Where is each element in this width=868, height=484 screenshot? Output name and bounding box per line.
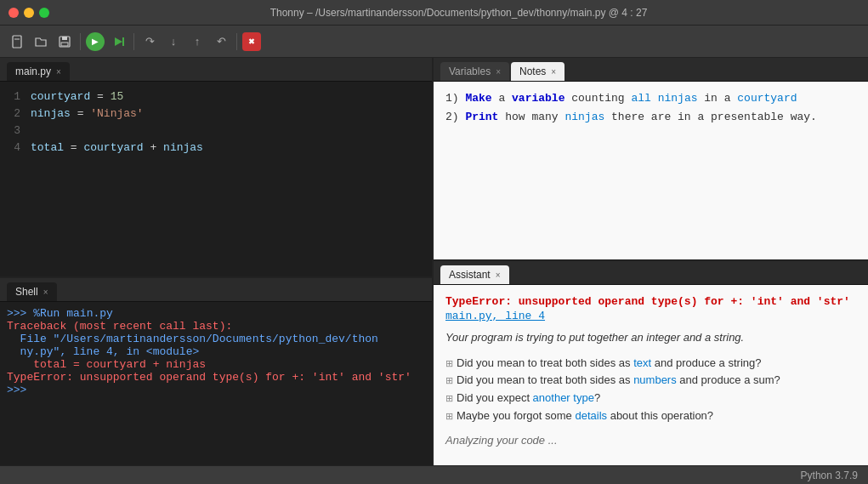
step-into-button[interactable]: ↓ — [163, 31, 184, 52]
assistant-content: TypeError: unsupported operand type(s) f… — [434, 285, 868, 465]
notes-line-1: 1) Make a variable counting all ninjas i… — [445, 90, 856, 107]
assistant-error-link[interactable]: main.py, line 4 — [445, 310, 856, 322]
step-out-button[interactable]: ↑ — [187, 31, 207, 52]
variables-tab[interactable]: Variables × — [440, 62, 509, 81]
top-right-tabs: Variables × Notes × — [434, 58, 868, 82]
shell-line-code: total = courtyard + ninjas — [7, 358, 425, 371]
step-back-button[interactable]: ↶ — [211, 31, 231, 52]
shell-line-file: File "/Users/martinandersson/Documents/p… — [7, 333, 425, 358]
editor-tabs: main.py × — [0, 58, 432, 82]
hint-icon-1: ⊞ — [445, 356, 453, 373]
window-title: Thonny – /Users/martinandersson/Document… — [58, 7, 859, 19]
main-area: main.py × 1 courtyard = 15 2 ninjas = 'N… — [0, 58, 868, 465]
svg-rect-4 — [61, 43, 68, 46]
assistant-tab[interactable]: Assistant × — [440, 265, 509, 284]
stop-button[interactable]: ✖ — [242, 32, 261, 51]
assistant-hint-4: ⊞ Maybe you forgot some details about th… — [445, 407, 856, 425]
shell-tab[interactable]: Shell × — [7, 282, 57, 301]
svg-rect-6 — [122, 37, 124, 46]
shell-tabs: Shell × — [0, 278, 432, 302]
step-over-button[interactable]: ↷ — [139, 31, 160, 52]
assistant-description: Your program is trying to put together a… — [445, 329, 856, 346]
toolbar-separator-2 — [133, 33, 134, 50]
save-file-button[interactable] — [54, 31, 75, 52]
shell-tab-label: Shell — [15, 286, 38, 298]
notes-tab-label: Notes — [519, 65, 546, 77]
editor-content[interactable]: 1 courtyard = 15 2 ninjas = 'Ninjas' 3 4… — [0, 82, 432, 276]
hint-text-1: Did you mean to treat both sides as text… — [457, 355, 761, 373]
assistant-panel: Assistant × TypeError: unsupported opera… — [434, 261, 868, 465]
svg-rect-0 — [13, 36, 21, 48]
assistant-tab-label: Assistant — [449, 269, 491, 281]
toolbar-separator-3 — [236, 33, 237, 50]
close-button[interactable] — [9, 8, 19, 18]
code-line-1: 1 courtyard = 15 — [0, 88, 432, 105]
code-line-2: 2 ninjas = 'Ninjas' — [0, 105, 432, 122]
maximize-button[interactable] — [39, 8, 49, 18]
traffic-lights — [9, 8, 49, 18]
new-file-button[interactable] — [7, 31, 27, 52]
hint-icon-4: ⊞ — [445, 409, 453, 425]
resume-button[interactable] — [108, 31, 128, 52]
shell-content[interactable]: >>> %Run main.py Traceback (most recent … — [0, 302, 432, 465]
shell-line-run: >>> %Run main.py — [7, 307, 425, 320]
notes-content[interactable]: 1) Make a variable counting all ninjas i… — [434, 82, 868, 259]
assistant-hint-2: ⊞ Did you mean to treat both sides as nu… — [445, 372, 856, 390]
left-panel: main.py × 1 courtyard = 15 2 ninjas = 'N… — [0, 58, 434, 465]
toolbar-separator-1 — [80, 33, 81, 50]
shell-line-traceback: Traceback (most recent call last): — [7, 320, 425, 333]
assistant-error-title: TypeError: unsupported operand type(s) f… — [445, 295, 856, 308]
toolbar: ▶ ↷ ↓ ↑ ↶ ✖ — [0, 26, 868, 58]
hint-text-3: Did you expect another type? — [457, 390, 600, 407]
run-button[interactable]: ▶ — [86, 32, 105, 51]
right-panel: Variables × Notes × 1) Make a variable c… — [434, 58, 868, 465]
hint-text-2: Did you mean to treat both sides as numb… — [457, 372, 780, 390]
svg-rect-3 — [62, 37, 67, 40]
shell-line-prompt: >>> — [7, 384, 425, 396]
shell-line-error: TypeError: unsupported operand type(s) f… — [7, 371, 425, 384]
hint-icon-2: ⊞ — [445, 373, 453, 390]
variables-tab-label: Variables — [449, 65, 491, 77]
hint-icon-3: ⊞ — [445, 391, 453, 407]
notes-line-2: 2) Print how many ninjas there are in a … — [445, 109, 856, 126]
assistant-analyzing: Analyzing your code ... — [445, 434, 856, 447]
code-line-4: 4 total = courtyard + ninjas — [0, 140, 432, 157]
shell-tab-close[interactable]: × — [43, 288, 48, 297]
assistant-hint-3: ⊞ Did you expect another type? — [445, 390, 856, 407]
minimize-button[interactable] — [24, 8, 34, 18]
editor-tab-label: main.py — [15, 65, 51, 77]
editor-pane: main.py × 1 courtyard = 15 2 ninjas = 'N… — [0, 58, 432, 278]
code-line-3: 3 — [0, 122, 432, 140]
editor-tab-main[interactable]: main.py × — [7, 62, 70, 81]
python-version: Python 3.7.9 — [801, 470, 858, 481]
variables-tab-close[interactable]: × — [496, 67, 501, 77]
open-file-button[interactable] — [31, 31, 51, 52]
notes-tab[interactable]: Notes × — [511, 62, 564, 81]
assistant-tab-close[interactable]: × — [496, 270, 501, 280]
svg-marker-5 — [115, 37, 122, 46]
hint-text-4: Maybe you forgot some details about this… — [457, 407, 713, 425]
shell-pane: Shell × >>> %Run main.py Traceback (most… — [0, 278, 432, 465]
assistant-tabs: Assistant × — [434, 261, 868, 285]
title-bar: Thonny – /Users/martinandersson/Document… — [0, 0, 868, 26]
top-right-panel: Variables × Notes × 1) Make a variable c… — [434, 58, 868, 261]
assistant-hint-1: ⊞ Did you mean to treat both sides as te… — [445, 355, 856, 373]
status-bar: Python 3.7.9 — [0, 465, 868, 484]
notes-tab-close[interactable]: × — [551, 67, 556, 77]
editor-tab-close[interactable]: × — [56, 67, 61, 77]
